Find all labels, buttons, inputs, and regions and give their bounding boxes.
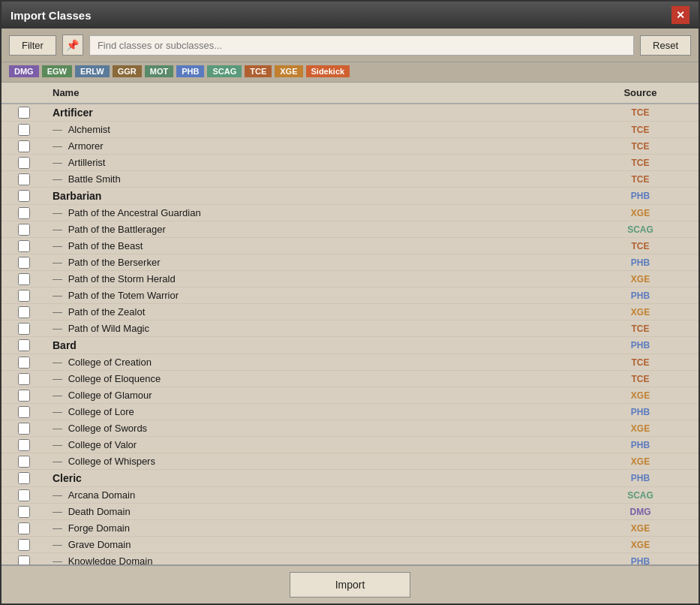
import-button[interactable]: Import — [290, 572, 411, 597]
pin-button[interactable]: 📌 — [62, 35, 83, 56]
subclass-name: — College of Whispers — [47, 455, 582, 468]
list-item: — AlchemistTCE — [2, 122, 698, 138]
row-checkbox-cell — [2, 157, 47, 169]
subclass-name: — Path of the Totem Warrior — [47, 289, 582, 302]
row-checkbox-cell — [2, 273, 47, 285]
row-checkbox[interactable] — [18, 390, 30, 402]
search-input[interactable] — [89, 35, 634, 56]
class-list[interactable]: ArtificerTCE— AlchemistTCE— ArmorerTCE— … — [2, 104, 698, 564]
filter-tag-ggr[interactable]: GGR — [113, 65, 142, 77]
source-badge: TCE — [582, 141, 698, 152]
row-checkbox[interactable] — [18, 124, 30, 136]
table-header: Name Source — [2, 83, 698, 104]
row-checkbox[interactable] — [18, 456, 30, 468]
row-checkbox-cell — [2, 257, 47, 269]
list-item: — College of EloquenceTCE — [2, 371, 698, 387]
row-checkbox[interactable] — [18, 423, 30, 435]
row-checkbox[interactable] — [18, 140, 30, 152]
row-checkbox-cell — [2, 390, 47, 402]
row-checkbox[interactable] — [18, 555, 30, 565]
source-badge: XGE — [582, 456, 698, 467]
row-checkbox-cell — [2, 406, 47, 418]
row-checkbox[interactable] — [18, 257, 30, 269]
list-item: — College of GlamourXGE — [2, 387, 698, 404]
source-badge: SCAG — [582, 224, 698, 235]
subclass-name: — Path of the Battlerager — [47, 223, 582, 236]
source-badge: TCE — [582, 125, 698, 135]
row-checkbox[interactable] — [18, 273, 30, 285]
row-checkbox[interactable] — [18, 506, 30, 518]
list-item: — College of LorePHB — [2, 404, 698, 420]
list-item: BardPHB — [2, 337, 698, 354]
source-badge: PHB — [582, 440, 698, 450]
list-item: — Knowledge DomainPHB — [2, 553, 698, 564]
source-badge: TCE — [582, 324, 698, 334]
modal-title: Import Classes — [11, 9, 92, 22]
row-checkbox[interactable] — [18, 173, 30, 185]
source-badge: TCE — [582, 174, 698, 185]
row-checkbox[interactable] — [18, 373, 30, 385]
row-checkbox[interactable] — [18, 107, 30, 119]
filter-tag-tce[interactable]: TCE — [245, 65, 272, 77]
list-item: — College of CreationTCE — [2, 354, 698, 371]
subclass-name: — Path of the Berserker — [47, 256, 582, 269]
row-checkbox[interactable] — [18, 339, 30, 351]
row-checkbox[interactable] — [18, 157, 30, 169]
subclass-name: — Arcana Domain — [47, 489, 582, 501]
reset-button[interactable]: Reset — [640, 35, 691, 56]
subclass-name: — College of Swords — [47, 422, 582, 435]
subclass-name: — Grave Domain — [47, 538, 582, 551]
subclass-name: — Death Domain — [47, 505, 582, 518]
filter-button[interactable]: Filter — [9, 35, 56, 56]
source-badge: PHB — [582, 473, 698, 483]
row-checkbox-cell — [2, 140, 47, 152]
subclass-name: — College of Glamour — [47, 389, 582, 402]
list-item: — Path of the BattleragerSCAG — [2, 221, 698, 238]
check-column-header — [2, 87, 47, 98]
row-checkbox[interactable] — [18, 522, 30, 534]
filter-tag-scag[interactable]: SCAG — [207, 65, 242, 77]
subclass-name: — College of Creation — [47, 356, 582, 369]
filter-tag-phb[interactable]: PHB — [176, 65, 204, 77]
row-checkbox-cell — [2, 357, 47, 369]
row-checkbox-cell — [2, 323, 47, 335]
filter-tag-dmg[interactable]: DMG — [9, 65, 39, 77]
source-badge: TCE — [582, 158, 698, 168]
row-checkbox[interactable] — [18, 489, 30, 501]
source-badge: XGE — [582, 540, 698, 550]
list-item: — Forge DomainXGE — [2, 520, 698, 537]
row-checkbox[interactable] — [18, 306, 30, 318]
row-checkbox-cell — [2, 240, 47, 252]
row-checkbox[interactable] — [18, 190, 30, 202]
row-checkbox-cell — [2, 489, 47, 501]
row-checkbox[interactable] — [18, 472, 30, 484]
filter-tag-erlw[interactable]: ERLW — [75, 65, 110, 77]
row-checkbox[interactable] — [18, 357, 30, 369]
row-checkbox[interactable] — [18, 290, 30, 302]
row-checkbox[interactable] — [18, 406, 30, 418]
list-item: — Path of the BerserkerPHB — [2, 254, 698, 271]
filter-tag-xge[interactable]: XGE — [275, 65, 302, 77]
toolbar: Filter 📌 Reset — [2, 29, 698, 62]
row-checkbox-cell — [2, 539, 47, 551]
filter-tag-mot[interactable]: MOT — [145, 65, 173, 77]
filter-tags: DMGEGWERLWGGRMOTPHBSCAGTCEXGESidekick — [2, 62, 698, 83]
list-item: — College of SwordsXGE — [2, 420, 698, 437]
row-checkbox[interactable] — [18, 323, 30, 335]
row-checkbox[interactable] — [18, 224, 30, 236]
row-checkbox-cell — [2, 173, 47, 185]
row-checkbox[interactable] — [18, 240, 30, 252]
subclass-name: — College of Eloquence — [47, 372, 582, 385]
close-button[interactable]: ✕ — [671, 6, 689, 24]
row-checkbox-cell — [2, 373, 47, 385]
subclass-name: — Knowledge Domain — [47, 555, 582, 564]
source-badge: TCE — [582, 241, 698, 251]
import-bar: Import — [2, 564, 698, 603]
row-checkbox[interactable] — [18, 539, 30, 551]
list-item: — Arcana DomainSCAG — [2, 487, 698, 504]
filter-tag-egw[interactable]: EGW — [42, 65, 72, 77]
row-checkbox[interactable] — [18, 439, 30, 451]
row-checkbox[interactable] — [18, 207, 30, 219]
filter-tag-sidekick[interactable]: Sidekick — [306, 65, 350, 77]
row-checkbox-cell — [2, 124, 47, 136]
